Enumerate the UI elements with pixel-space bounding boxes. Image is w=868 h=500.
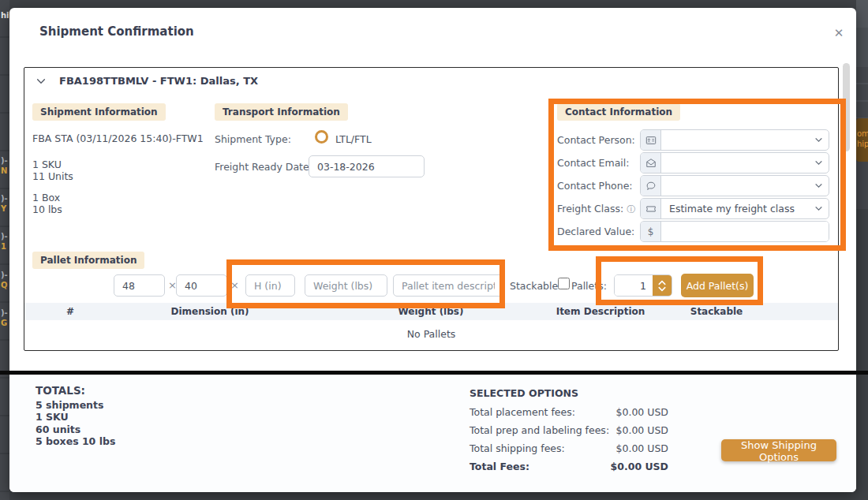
chevron-down-icon <box>808 199 829 218</box>
background-text-fragment: om <box>857 129 868 139</box>
background-text-fragment: hi <box>1 11 9 20</box>
total-fees-label: Total Fees: <box>470 461 529 472</box>
fee-value: $0.00 USD <box>616 406 668 418</box>
contact-person-label: Contact Person: <box>557 134 635 146</box>
freight-ready-date-label: Freight Ready Date: <box>215 161 312 173</box>
background-text-fragment: )- <box>1 232 8 241</box>
shipment-panel-title[interactable]: FBA198TTBMLV - FTW1: Dallas, TX <box>59 75 258 87</box>
background-text-fragment: Q <box>1 281 8 289</box>
stepper-up-icon <box>658 280 666 285</box>
modal-footer <box>9 375 856 492</box>
pallet-height-input[interactable] <box>245 274 295 297</box>
contact-person-value <box>661 130 808 150</box>
total-fees-row: Total Fees: $0.00 USD <box>470 461 668 472</box>
pallet-information-badge: Pallet Information <box>32 252 144 269</box>
times-separator: × <box>230 279 239 291</box>
pallet-table-header: Item Description <box>537 306 664 317</box>
stepper-down-icon <box>658 286 666 292</box>
totals-title: TOTALS: <box>36 385 115 397</box>
stepper-buttons[interactable] <box>653 275 672 296</box>
background-text-fragment: )- <box>1 271 8 279</box>
contact-phone-label: Contact Phone: <box>557 180 633 192</box>
envelope-icon <box>641 153 661 173</box>
fee-row: Total placement fees: $0.00 USD <box>470 406 668 418</box>
info-icon[interactable]: ⓘ <box>627 204 635 215</box>
fee-label: Total placement fees: <box>470 406 575 418</box>
show-shipping-options-button[interactable]: Show Shipping Options <box>721 439 836 461</box>
background-block <box>856 162 868 209</box>
pallet-table-header: Dimension (in) <box>147 306 273 317</box>
totals-boxes: 5 boxes 10 lbs <box>36 435 115 447</box>
scrollbar-thumb[interactable] <box>843 63 850 151</box>
ticket-icon <box>641 199 661 218</box>
modal-title: Shipment Confirmation <box>39 24 194 39</box>
pallets-count-label: Pallets: <box>571 280 607 292</box>
background-block <box>856 67 868 118</box>
totals-block: TOTALS: 5 shipments 1 SKU 60 units 5 box… <box>36 385 115 447</box>
pallet-count-input[interactable] <box>615 275 653 296</box>
background-text-fragment: )- <box>1 156 8 165</box>
collapse-chevron-icon[interactable] <box>36 76 47 87</box>
background-text-fragment: Y <box>1 204 6 213</box>
shipment-type-label: Shipment Type: <box>215 133 291 145</box>
fee-row: Total prep and labeling fees: $0.00 USD <box>470 424 668 436</box>
background-button-fragment: om hip <box>856 118 868 162</box>
contact-information-badge: Contact Information <box>557 103 680 121</box>
add-pallets-button[interactable]: Add Pallet(s) <box>681 274 754 297</box>
contact-phone-value <box>661 176 808 196</box>
contact-email-select[interactable] <box>640 152 829 174</box>
pallet-weight-input[interactable] <box>305 274 387 297</box>
freight-class-select[interactable]: Estimate my freight class <box>640 198 829 219</box>
shipment-panel: FBA198TTBMLV - FTW1: Dallas, TX Shipment… <box>24 67 839 351</box>
contact-phone-select[interactable] <box>640 175 829 196</box>
background-text-fragment: N <box>1 166 7 175</box>
chevron-down-icon <box>808 130 829 150</box>
shipment-weight: 10 lbs <box>32 203 62 215</box>
pallet-table-header: Stackable <box>653 306 780 317</box>
empty-table-message: No Pallets <box>24 328 838 340</box>
ltl-ftl-radio[interactable] <box>315 130 328 144</box>
transport-information-badge: Transport Information <box>215 103 348 121</box>
contact-email-value <box>661 153 808 173</box>
totals-sku: 1 SKU <box>36 411 115 423</box>
shipment-sku-count: 1 SKU <box>32 159 62 170</box>
id-card-icon <box>641 130 661 150</box>
freight-class-label-text: Freight Class: <box>557 203 623 215</box>
pallet-description-input[interactable] <box>393 274 503 297</box>
pallet-length-input[interactable] <box>114 274 165 297</box>
pallet-table-header: Weight (lbs) <box>368 306 494 317</box>
background-text-fragment: G <box>1 319 7 327</box>
fee-row: Total shipping fees: $0.00 USD <box>470 442 668 454</box>
stackable-checkbox[interactable] <box>558 278 570 289</box>
dollar-icon: $ <box>641 222 661 241</box>
stackable-label: Stackable: <box>510 280 561 292</box>
chevron-down-icon <box>808 153 829 173</box>
freight-class-label: Freight Class: ⓘ <box>557 203 635 215</box>
background-text-fragment: )- <box>1 194 8 203</box>
contact-person-select[interactable] <box>640 129 829 151</box>
shipment-type-value: LTL/FTL <box>335 133 372 145</box>
chevron-down-icon <box>808 176 829 196</box>
background-text-fragment: hip <box>857 139 868 149</box>
dimmed-page-right-edge: om hip <box>856 0 868 500</box>
freight-class-value: Estimate my freight class <box>661 199 808 218</box>
declared-value-input[interactable] <box>661 222 829 241</box>
shipment-information-badge: Shipment Information <box>32 103 166 121</box>
close-icon[interactable]: ✕ <box>831 25 847 41</box>
shipment-sta-label: FBA STA (03/11/2026 15:40)-FTW1 <box>32 132 204 144</box>
footer-divider <box>0 371 868 375</box>
chat-bubble-icon <box>641 176 661 196</box>
pallet-count-stepper <box>614 274 672 297</box>
background-text-fragment: 1 <box>1 242 6 251</box>
shipment-unit-count: 11 Units <box>32 170 73 182</box>
shipment-confirmation-modal: Shipment Confirmation ✕ FBA198TTBMLV - F… <box>9 8 856 492</box>
selected-options-block: SELECTED OPTIONS Total placement fees: $… <box>470 387 668 479</box>
freight-ready-date-input[interactable] <box>309 155 425 177</box>
pallet-table-header: # <box>7 306 133 317</box>
fee-label: Total prep and labeling fees: <box>470 424 609 436</box>
fee-value: $0.00 USD <box>616 442 668 454</box>
dimmed-page-left-edge: hi )- N )- Y )- 1 )- Q )- G <box>0 0 9 500</box>
shipment-box-count: 1 Box <box>32 192 60 203</box>
totals-shipments: 5 shipments <box>36 399 115 411</box>
pallet-width-input[interactable] <box>176 274 227 297</box>
